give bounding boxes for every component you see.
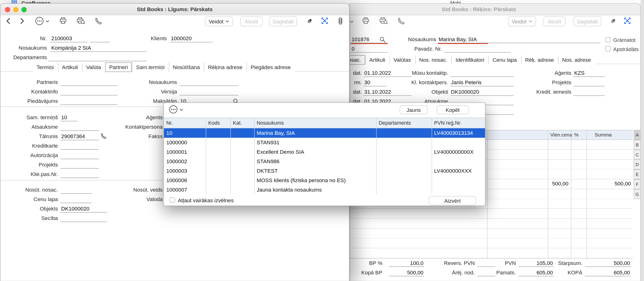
- object-field[interactable]: DK1000020: [450, 89, 514, 96]
- field[interactable]: [573, 79, 604, 86]
- tab-artikuli[interactable]: Artikuli: [365, 55, 390, 65]
- print-preview-icon[interactable]: [380, 17, 388, 24]
- item-sum[interactable]: 500,00: [596, 180, 631, 187]
- kreditkarte-field[interactable]: [60, 142, 99, 150]
- sam-termins-field[interactable]: 10: [60, 114, 78, 121]
- projekts-field[interactable]: [60, 161, 99, 168]
- atcelt-button[interactable]: Atcelt: [543, 17, 566, 27]
- print-icon[interactable]: [60, 17, 66, 24]
- departaments-field[interactable]: [48, 54, 147, 61]
- contact-field[interactable]: Janis Peteris: [450, 79, 514, 86]
- customer-name-field[interactable]: Marina Bay, SIA: [438, 36, 600, 43]
- kopet-button[interactable]: Kopēt: [436, 105, 469, 114]
- cell-nr: 1000001: [166, 149, 187, 155]
- matrix-tab-b[interactable]: B: [634, 140, 641, 150]
- matrix-tab-d[interactable]: D: [634, 160, 641, 170]
- partneris-field[interactable]: [60, 79, 118, 86]
- cell-nosaukums: STAN931: [257, 139, 280, 145]
- field[interactable]: [450, 70, 514, 77]
- klie-pas-field[interactable]: [60, 171, 99, 178]
- talrunis-field[interactable]: 29087364: [60, 133, 99, 140]
- tab-nos-nosac[interactable]: Nos. nosac.: [415, 55, 452, 65]
- piedavajums-field[interactable]: [60, 97, 118, 105]
- pen-icon[interactable]: [610, 18, 616, 24]
- paperclip-icon[interactable]: [338, 17, 343, 25]
- ellipsis-menu-icon[interactable]: [35, 17, 44, 26]
- back-icon[interactable]: [6, 18, 10, 24]
- bp-percent-field[interactable]: 100,0: [389, 259, 424, 267]
- saglabat-button[interactable]: Saglabāt: [269, 17, 297, 27]
- cell-nr: 1000000: [166, 139, 187, 145]
- field[interactable]: [573, 89, 604, 96]
- field[interactable]: 30: [364, 79, 386, 86]
- tab-piegades-adrese[interactable]: Piegādes adrese: [247, 63, 295, 72]
- tab-nosac[interactable]: osac.: [350, 55, 365, 65]
- search-icon[interactable]: [380, 37, 386, 43]
- print-preview-icon[interactable]: [77, 17, 85, 24]
- tab-sam-termini[interactable]: Sam.termiņi: [132, 63, 169, 72]
- tab-termini[interactable]: Termiņi: [32, 63, 58, 72]
- matrix-tab-e[interactable]: E: [634, 169, 641, 179]
- chevron-down-icon[interactable]: [46, 20, 49, 23]
- nosut-nosac-field[interactable]: [60, 186, 92, 194]
- field[interactable]: [90, 35, 110, 42]
- partner-nosaukums-field[interactable]: [180, 79, 238, 86]
- atsauksme-field[interactable]: [60, 123, 99, 131]
- forward-icon[interactable]: [20, 18, 24, 24]
- tab-artikuli[interactable]: Artikuli: [58, 63, 82, 72]
- expand-arrows-icon[interactable]: [624, 17, 631, 25]
- veidot-button[interactable]: Veidot: [508, 17, 536, 27]
- contract-number-field[interactable]: 2100003: [50, 35, 88, 42]
- matrix-tab-g[interactable]: G: [634, 189, 641, 199]
- versija-field[interactable]: [180, 88, 238, 95]
- cenu-lapa-field[interactable]: [60, 196, 92, 203]
- chevron-down-icon[interactable]: [180, 109, 183, 111]
- saglabat-button[interactable]: Saglabāt: [573, 17, 601, 27]
- list-item[interactable]: 1000000 STAN931: [164, 138, 485, 147]
- invoice-window-title: Std Books : Rēķins: Pārskats: [350, 6, 608, 12]
- tab-partneri[interactable]: Partneri: [105, 63, 132, 72]
- expand-arrows-icon[interactable]: [321, 17, 328, 25]
- aizvert-button[interactable]: Aizvērt: [429, 196, 476, 205]
- list-item[interactable]: 1000007 Jauna kontakta nosaukums: [164, 185, 485, 194]
- pavadz-field[interactable]: [444, 45, 510, 53]
- phone-icon[interactable]: [398, 18, 405, 25]
- list-item[interactable]: 1000002 STAN986: [164, 157, 485, 166]
- agent-field[interactable]: KZS: [573, 70, 604, 77]
- tab-cenu-lapa[interactable]: Cenu lapa: [488, 55, 521, 65]
- tab-rek-adrese[interactable]: Rēķ. adrese: [521, 55, 558, 65]
- ellipsis-menu-icon[interactable]: [169, 105, 178, 114]
- tab-identifikatori[interactable]: Identifikatori: [452, 55, 488, 65]
- kontaktinfo-field[interactable]: [60, 88, 118, 95]
- veidot-button[interactable]: Veidot: [205, 17, 233, 27]
- pen-icon[interactable]: [306, 18, 313, 24]
- invoice-tabbar: osac. Artikuli Valūtas Nos. nosac. Ident…: [350, 55, 595, 65]
- list-item[interactable]: 1000001 Excellent Demo SIA LV4000000000X: [164, 147, 485, 157]
- klients-field[interactable]: 1000020: [170, 35, 213, 42]
- chevron-down-icon[interactable]: [350, 21, 354, 23]
- list-item[interactable]: 1000006 MOSS klients (fiziska persona no…: [164, 175, 485, 185]
- matrix-tab-c[interactable]: C: [634, 150, 641, 160]
- jauns-button[interactable]: Jauns: [400, 105, 428, 114]
- tab-nosutisana[interactable]: Nosūtīšana: [169, 63, 204, 72]
- atcelt-button[interactable]: Atcelt: [240, 17, 262, 27]
- print-icon[interactable]: [362, 17, 369, 24]
- objekts-field[interactable]: DK1000020: [60, 205, 107, 213]
- tab-valuta[interactable]: Valūta: [82, 63, 105, 72]
- gramatot-checkbox[interactable]: [606, 37, 611, 42]
- seciba-field[interactable]: [60, 214, 107, 222]
- tab-valutas[interactable]: Valūtas: [389, 55, 415, 65]
- tab-nos-adrese[interactable]: Nos. adrese: [558, 55, 595, 65]
- field[interactable]: 0: [351, 45, 388, 53]
- matrix-tab-a[interactable]: A: [634, 130, 641, 140]
- apstradats-checkbox[interactable]: [606, 46, 611, 52]
- phone-icon[interactable]: [95, 18, 102, 25]
- tab-rekina-adrese[interactable]: Rēķina adrese: [204, 63, 247, 72]
- list-item[interactable]: 1000003 DKTEST LV4000000XXX: [164, 166, 485, 175]
- matrix-tab-f[interactable]: F: [634, 179, 641, 189]
- multi-select-checkbox[interactable]: [170, 197, 175, 203]
- item-unit-price[interactable]: 500,00: [543, 180, 568, 187]
- list-item-selected[interactable]: 10 Marina Bay, SIA LV40003013134: [164, 128, 485, 138]
- nosaukums-field[interactable]: Kompānija 2 SIA: [50, 45, 147, 52]
- autorizacija-field[interactable]: [60, 152, 99, 159]
